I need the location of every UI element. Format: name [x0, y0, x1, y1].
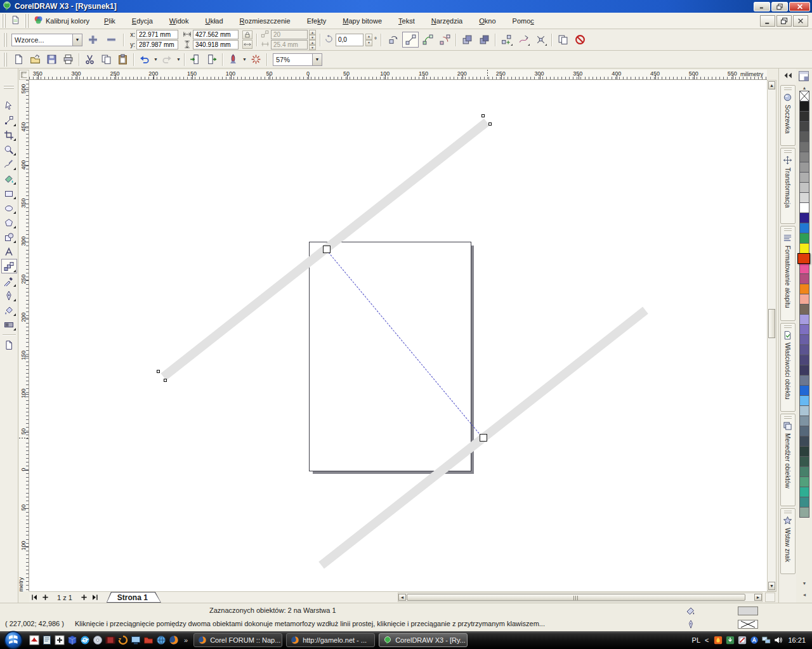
- toolbar-grip[interactable]: [2, 14, 6, 28]
- scroll-down-icon[interactable]: ▼: [768, 582, 775, 590]
- firefox-icon[interactable]: [168, 634, 180, 646]
- open-button[interactable]: [27, 52, 43, 67]
- taskbar-window-firefox[interactable]: http://gamelo.net - ...: [286, 633, 375, 647]
- clockwise-blend-button[interactable]: [419, 32, 436, 48]
- disc-icon[interactable]: [92, 634, 103, 646]
- presets-combo[interactable]: Wzorce... ▼: [11, 34, 82, 46]
- tray-update-icon[interactable]: [725, 635, 735, 645]
- tray-network-icon[interactable]: [761, 635, 771, 645]
- color-swatch[interactable]: [799, 111, 809, 122]
- color-swatch[interactable]: [799, 507, 809, 518]
- add-preset-button[interactable]: [84, 32, 101, 48]
- add-page-icon[interactable]: [79, 593, 89, 602]
- clear-blend-button[interactable]: [572, 32, 588, 48]
- color-swatch[interactable]: [799, 334, 809, 345]
- horizontal-ruler[interactable]: 3503002502001501005005010015020025030035…: [29, 70, 767, 80]
- mdi-minimize-icon[interactable]: [760, 15, 775, 27]
- outline-tool[interactable]: [1, 288, 17, 303]
- first-page-icon[interactable]: [29, 593, 40, 602]
- redo-dropdown-icon[interactable]: ▼: [176, 52, 181, 67]
- color-swatch[interactable]: [797, 253, 810, 264]
- quick-launch-overfl ow-icon[interactable]: »: [180, 636, 192, 644]
- color-swatch[interactable]: [799, 375, 809, 386]
- palette-scroll-down-icon[interactable]: ▼: [797, 580, 812, 586]
- counterclockwise-blend-button[interactable]: [436, 32, 453, 48]
- loop-blend-button[interactable]: [385, 32, 402, 48]
- color-swatch[interactable]: [799, 436, 809, 447]
- freehand-tool[interactable]: [1, 157, 17, 171]
- object-color-acceleration-button[interactable]: [459, 32, 475, 48]
- position-x-field[interactable]: [136, 30, 178, 39]
- color-swatch[interactable]: [799, 426, 809, 436]
- text-tool[interactable]: [1, 244, 17, 259]
- color-swatch[interactable]: [799, 233, 809, 244]
- start-button[interactable]: [4, 631, 23, 649]
- menu-mapy-bitowe[interactable]: Mapy bitowe: [334, 14, 390, 28]
- cube-icon[interactable]: [67, 634, 78, 646]
- shape-tool[interactable]: [1, 113, 17, 128]
- ellipse-tool[interactable]: [1, 200, 17, 215]
- misc-blend-options-button[interactable]: [532, 32, 549, 48]
- blend-handle[interactable]: [323, 246, 331, 253]
- tray-chevron-icon[interactable]: <: [705, 636, 709, 644]
- docker-tab-soczewka[interactable]: Soczewka: [780, 85, 796, 146]
- vertical-scroll-thumb[interactable]: [768, 309, 775, 338]
- scroll-left-icon[interactable]: ◄: [398, 594, 406, 601]
- save-button[interactable]: [44, 52, 60, 67]
- last-page-icon[interactable]: [89, 593, 100, 602]
- tray-a-icon[interactable]: [749, 635, 759, 645]
- mirror-horizontal-button[interactable]: [242, 40, 252, 49]
- color-swatch[interactable]: [799, 101, 809, 112]
- path-properties-button[interactable]: [515, 32, 532, 48]
- object-height-field[interactable]: [193, 40, 239, 49]
- color-swatch[interactable]: [799, 213, 809, 223]
- swirl-icon[interactable]: [117, 634, 129, 646]
- color-swatch[interactable]: [799, 476, 809, 487]
- docker-tab-właściwości-obiektu[interactable]: Właściwości obiektu: [780, 323, 796, 412]
- docker-tab-wstaw-znak[interactable]: Wstaw znak: [780, 508, 796, 574]
- taskbar-window-firefox[interactable]: Corel FORUM :: Nap...: [193, 633, 282, 647]
- color-swatch[interactable]: [799, 324, 809, 335]
- selection-handle[interactable]: [481, 114, 485, 117]
- toolbar-grip[interactable]: [25, 14, 29, 28]
- color-swatch[interactable]: [799, 121, 809, 132]
- docker-tab-formatowanie-akapitu[interactable]: Formatowanie akapitu: [780, 226, 796, 321]
- horizontal-scrollbar[interactable]: ◄ ►: [398, 593, 763, 602]
- fill-color-swatch[interactable]: [738, 606, 758, 615]
- corel-online-button[interactable]: [248, 52, 264, 67]
- direct-blend-button[interactable]: [402, 32, 419, 48]
- position-y-field[interactable]: [136, 40, 178, 49]
- menu-kalibruj-kolory[interactable]: Kalibruj kolory: [31, 15, 96, 26]
- mdi-close-icon[interactable]: [793, 15, 808, 27]
- fill-tool[interactable]: [1, 303, 17, 317]
- color-swatch[interactable]: [799, 456, 809, 467]
- basic-shapes-tool[interactable]: [1, 230, 17, 244]
- direction-spinner[interactable]: ▲▼: [365, 34, 372, 46]
- vertical-scrollbar[interactable]: ▲ ▼: [767, 80, 776, 591]
- page-tool[interactable]: [1, 338, 17, 352]
- folder-icon[interactable]: [143, 634, 154, 646]
- clock[interactable]: 16:21: [788, 636, 806, 644]
- blend-spacing-field[interactable]: [271, 40, 308, 49]
- vertical-ruler[interactable]: 50045040035030025020015010050050100milim…: [19, 80, 29, 591]
- color-swatch[interactable]: [799, 344, 809, 355]
- color-swatch[interactable]: [799, 182, 809, 193]
- menu-tekst[interactable]: Tekst: [390, 14, 423, 28]
- spacing-spinner[interactable]: ▲▼: [309, 40, 316, 49]
- selection-handle[interactable]: [488, 122, 492, 126]
- app-launcher-dropdown-icon[interactable]: ▼: [242, 52, 247, 67]
- color-swatch[interactable]: [799, 446, 809, 457]
- paste-button[interactable]: [115, 52, 131, 67]
- menu-edycja[interactable]: Edycja: [124, 14, 161, 28]
- steps-spinner[interactable]: ▲▼: [309, 30, 316, 39]
- copy-button[interactable]: [98, 52, 114, 67]
- undo-dropdown-icon[interactable]: ▼: [153, 52, 159, 67]
- menu-układ[interactable]: Układ: [197, 14, 231, 28]
- start-end-objects-button[interactable]: [498, 32, 514, 48]
- color-swatch[interactable]: [799, 395, 809, 406]
- drawing-canvas[interactable]: [29, 80, 767, 591]
- interactive-fill-tool[interactable]: [1, 317, 17, 332]
- close-icon[interactable]: [789, 2, 810, 11]
- eyedropper-tool[interactable]: [1, 273, 17, 288]
- blend-direction-field[interactable]: [336, 34, 363, 46]
